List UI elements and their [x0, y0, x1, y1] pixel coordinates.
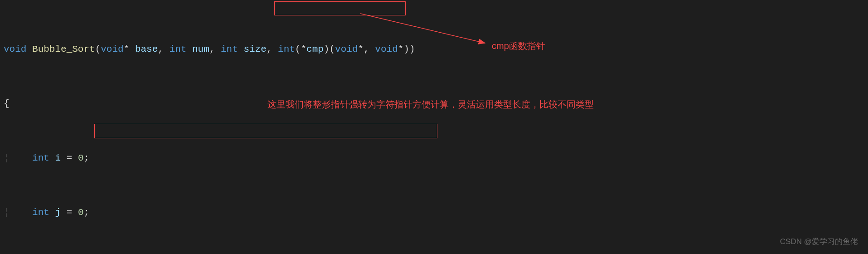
code-line-3: ¦ int i = 0;	[0, 151, 868, 165]
code-block: void Bubble_Sort(void* base, int num, in…	[0, 0, 868, 254]
code-line-4: ¦ int j = 0;	[0, 206, 868, 220]
code-line-1: void Bubble_Sort(void* base, int num, in…	[0, 43, 868, 56]
code-line-2: {	[0, 97, 868, 111]
